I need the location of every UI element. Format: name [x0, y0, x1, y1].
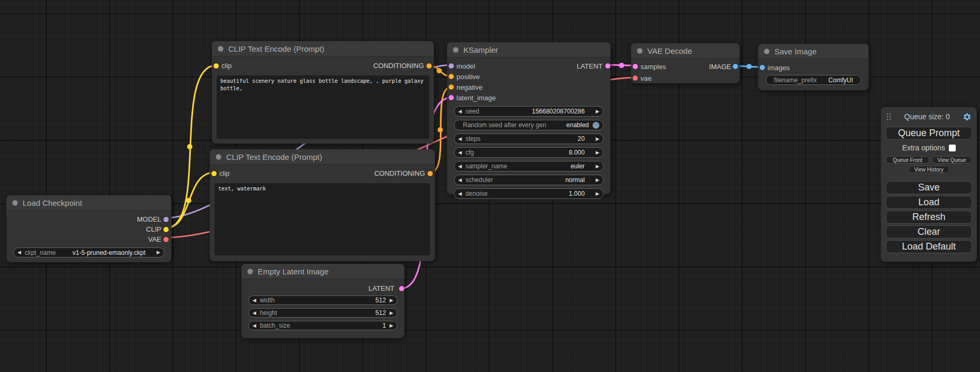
collapse-dot-icon[interactable]	[637, 48, 643, 54]
node-save-image[interactable]: Save Image images filename_prefix ComfyU…	[758, 44, 869, 90]
output-dot-vae[interactable]	[163, 237, 169, 242]
collapse-dot-icon[interactable]	[216, 154, 221, 160]
extra-options-checkbox[interactable]	[949, 145, 956, 151]
widget-label: cfg	[465, 149, 474, 156]
link-midpoint-dot[interactable]	[436, 68, 442, 73]
node-clip-text-encode-positive[interactable]: CLIP Text Encode (Prompt) clip CONDITION…	[212, 41, 434, 144]
prev-arrow-icon[interactable]: ◀	[253, 298, 256, 303]
next-arrow-icon[interactable]: ▶	[596, 109, 599, 114]
next-arrow-icon[interactable]: ▶	[596, 137, 599, 141]
input-slot-vae: vae	[631, 72, 740, 84]
input-dot-images[interactable]	[760, 65, 765, 70]
random-seed-toggle-widget[interactable]: Random seed after every gen enabled	[454, 120, 604, 130]
queue-prompt-button[interactable]: Queue Prompt	[886, 127, 972, 140]
input-dot-clip[interactable]	[214, 63, 219, 69]
node-title-bar[interactable]: VAE Decode	[631, 43, 740, 59]
next-arrow-icon[interactable]: ▶	[596, 164, 599, 169]
next-arrow-icon[interactable]: ▶	[390, 311, 393, 316]
steps-widget[interactable]: ◀ steps 20 ▶	[454, 133, 604, 144]
widget-value: 1	[382, 322, 386, 329]
link-midpoint-dot[interactable]	[187, 144, 192, 149]
save-button[interactable]: Save	[886, 181, 972, 194]
sampler-name-widget[interactable]: ◀ sampler_name euler ▶	[454, 161, 604, 171]
prev-arrow-icon[interactable]: ◀	[458, 109, 462, 114]
input-dot-model[interactable]	[449, 63, 454, 69]
view-history-button[interactable]: View History	[908, 166, 949, 173]
prev-arrow-icon[interactable]: ◀	[458, 178, 462, 183]
next-arrow-icon[interactable]: ▶	[596, 192, 599, 196]
ckpt-name-widget[interactable]: ◀ ckpt_name v1-5-pruned-emaonly.ckpt ▶	[13, 247, 164, 257]
output-dot-latent[interactable]	[399, 286, 404, 291]
node-clip-text-encode-negative[interactable]: CLIP Text Encode (Prompt) clip CONDITION…	[210, 149, 435, 261]
collapse-dot-icon[interactable]	[764, 49, 770, 54]
next-arrow-icon[interactable]: ▶	[157, 250, 160, 255]
load-button[interactable]: Load	[886, 196, 972, 209]
input-dot-clip[interactable]	[211, 171, 217, 176]
collapse-dot-icon[interactable]	[247, 269, 253, 274]
next-arrow-icon[interactable]: ▶	[390, 323, 393, 328]
next-arrow-icon[interactable]: ▶	[596, 178, 599, 183]
scheduler-widget[interactable]: ◀ scheduler normal ▶	[454, 175, 604, 185]
prev-arrow-icon[interactable]: ◀	[458, 137, 462, 141]
collapse-dot-icon[interactable]	[453, 47, 459, 53]
prev-arrow-icon[interactable]: ◀	[458, 164, 462, 169]
output-dot-conditioning[interactable]	[426, 63, 432, 69]
toggle-dot[interactable]	[593, 122, 599, 129]
prev-arrow-icon[interactable]: ◀	[458, 150, 462, 155]
settings-gear-icon[interactable]	[963, 112, 972, 121]
refresh-button[interactable]: Refresh	[886, 211, 972, 224]
input-label: images	[768, 64, 790, 72]
node-title-bar[interactable]: Save Image	[758, 44, 869, 59]
input-dot-vae[interactable]	[633, 75, 638, 81]
node-title: VAE Decode	[647, 46, 692, 55]
link-midpoint-dot[interactable]	[438, 127, 443, 132]
input-dot-samples[interactable]	[633, 64, 638, 69]
filename-prefix-widget[interactable]: filename_prefix ComfyUI	[765, 75, 861, 85]
input-dot-negative[interactable]	[449, 84, 454, 90]
node-title-bar[interactable]: CLIP Text Encode (Prompt)	[212, 41, 434, 56]
queue-front-button[interactable]: Queue Front	[886, 156, 929, 164]
seed-widget[interactable]: ◀ seed 156680208700286 ▶	[454, 106, 604, 117]
node-title-bar[interactable]: Load Checkpoint	[6, 195, 171, 211]
node-load-checkpoint[interactable]: Load Checkpoint MODEL CLIP VAE ◀ ckpt_na…	[6, 195, 171, 262]
output-dot-conditioning[interactable]	[428, 171, 433, 176]
output-dot-clip[interactable]	[163, 227, 169, 232]
view-queue-button[interactable]: View Queue	[932, 156, 972, 164]
collapse-dot-icon[interactable]	[218, 46, 224, 52]
denoise-widget[interactable]: ◀ denoise 1.000 ▶	[454, 188, 604, 199]
node-empty-latent-image[interactable]: Empty Latent Image LATENT ◀ width 512 ▶ …	[241, 264, 404, 338]
node-title-bar[interactable]: KSampler	[447, 42, 610, 58]
widget-value: 1.000	[569, 190, 585, 197]
collapse-dot-icon[interactable]	[12, 200, 18, 206]
output-label: CONDITIONING	[374, 169, 425, 177]
output-dot-image[interactable]	[733, 64, 738, 69]
load-default-button[interactable]: Load Default	[886, 240, 972, 253]
prev-arrow-icon[interactable]: ◀	[458, 192, 462, 196]
node-ksampler[interactable]: KSampler model LATENT positive negative …	[447, 42, 610, 194]
prev-arrow-icon[interactable]: ◀	[253, 323, 256, 328]
input-slot-positive: positive	[447, 71, 610, 82]
drag-handle-icon[interactable]	[886, 113, 891, 120]
input-label: clip	[221, 62, 232, 70]
prev-arrow-icon[interactable]: ◀	[17, 250, 21, 255]
prev-arrow-icon[interactable]: ◀	[253, 311, 256, 316]
batch-size-widget[interactable]: ◀ batch_size 1 ▶	[248, 321, 397, 330]
height-widget[interactable]: ◀ height 512 ▶	[248, 308, 397, 318]
node-vae-decode[interactable]: VAE Decode samples IMAGE vae	[631, 43, 740, 83]
input-dot-positive[interactable]	[449, 74, 454, 79]
width-widget[interactable]: ◀ width 512 ▶	[248, 295, 397, 305]
output-dot-latent[interactable]	[605, 63, 610, 69]
output-dot-model[interactable]	[163, 217, 169, 222]
node-title-bar[interactable]: CLIP Text Encode (Prompt)	[210, 149, 435, 165]
prompt-textarea[interactable]: beautiful scenery nature glass bottle la…	[217, 75, 429, 139]
node-title-bar[interactable]: Empty Latent Image	[241, 264, 404, 279]
next-arrow-icon[interactable]: ▶	[390, 298, 393, 303]
link-midpoint-dot[interactable]	[186, 198, 191, 203]
next-arrow-icon[interactable]: ▶	[596, 150, 599, 155]
input-dot-latent-image[interactable]	[449, 95, 454, 100]
link-midpoint-dot[interactable]	[746, 64, 752, 69]
clear-button[interactable]: Clear	[886, 225, 972, 239]
link-midpoint-dot[interactable]	[619, 63, 624, 68]
prompt-textarea[interactable]: text, watermark	[215, 183, 430, 255]
cfg-widget[interactable]: ◀ cfg 8.000 ▶	[454, 147, 604, 158]
